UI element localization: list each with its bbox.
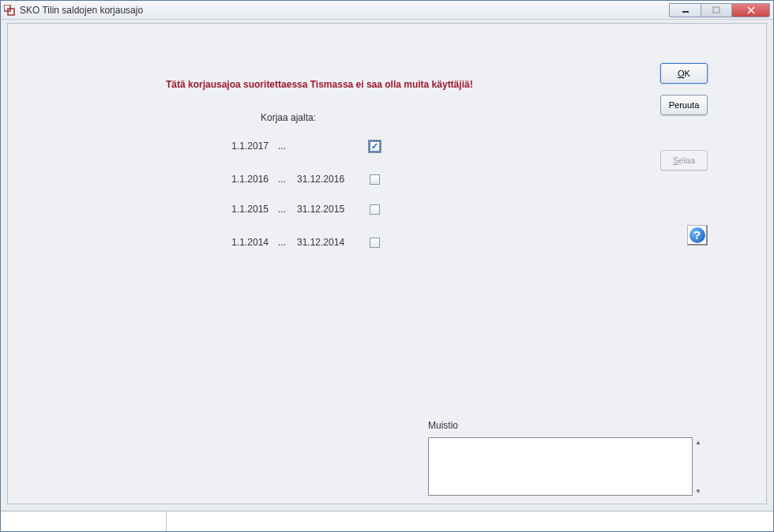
end-date-3: 31.12.2015 — [297, 204, 352, 215]
period-checkbox-4[interactable] — [370, 238, 380, 248]
date-separator: ... — [278, 174, 287, 185]
svg-rect-1 — [8, 9, 14, 15]
close-button[interactable] — [732, 3, 770, 17]
date-row-4: 1.1.2014 ... 31.12.2014 — [221, 237, 380, 248]
date-row-1: 1.1.2017 ... — [221, 140, 380, 152]
minimize-button[interactable] — [669, 3, 701, 17]
window-title: SKO Tilin saldojen korjausajo — [20, 5, 669, 16]
start-date-2: 1.1.2016 — [221, 174, 269, 185]
end-date-4: 31.12.2014 — [297, 237, 352, 248]
memo-scrollbar: ▲ ▼ — [693, 437, 704, 496]
svg-rect-2 — [682, 11, 689, 13]
date-row-2: 1.1.2016 ... 31.12.2016 — [221, 174, 380, 185]
warning-message: Tätä korjausajoa suoritettaessa Tismassa… — [166, 79, 473, 90]
date-separator: ... — [278, 204, 287, 215]
svg-rect-0 — [4, 5, 10, 11]
app-icon — [4, 5, 15, 16]
start-date-1: 1.1.2017 — [221, 140, 269, 152]
date-separator: ... — [278, 237, 287, 248]
section-label: Korjaa ajalta: — [261, 112, 316, 123]
window-controls — [669, 3, 770, 17]
svg-rect-3 — [713, 7, 720, 13]
ok-button[interactable]: OK — [660, 63, 708, 84]
date-row-3: 1.1.2015 ... 31.12.2015 — [221, 204, 380, 215]
titlebar[interactable]: SKO Tilin saldojen korjausajo — [1, 1, 773, 20]
browse-button: Selaa — [660, 150, 708, 170]
status-pane-1 — [1, 511, 167, 531]
start-date-4: 1.1.2014 — [221, 237, 269, 248]
memo-label: Muistio — [428, 420, 458, 431]
period-checkbox-1[interactable] — [370, 141, 380, 152]
help-button[interactable]: ? — [687, 225, 708, 245]
maximize-button — [701, 3, 732, 17]
cancel-button[interactable]: Peruuta — [660, 95, 708, 115]
content-panel: Tätä korjausajoa suoritettaessa Tismassa… — [7, 23, 767, 504]
scroll-down-icon[interactable]: ▼ — [693, 486, 703, 496]
period-checkbox-2[interactable] — [370, 174, 380, 185]
start-date-3: 1.1.2015 — [221, 204, 269, 215]
memo-textarea[interactable] — [428, 437, 693, 496]
period-checkbox-3[interactable] — [370, 204, 380, 215]
date-separator: ... — [278, 140, 287, 152]
scroll-up-icon[interactable]: ▲ — [693, 437, 703, 447]
help-icon: ? — [689, 227, 705, 243]
end-date-2: 31.12.2016 — [297, 174, 352, 185]
memo-group: ▲ ▼ — [428, 437, 704, 496]
statusbar — [1, 511, 773, 531]
dialog-window: SKO Tilin saldojen korjausajo Tätä korja… — [0, 0, 774, 532]
